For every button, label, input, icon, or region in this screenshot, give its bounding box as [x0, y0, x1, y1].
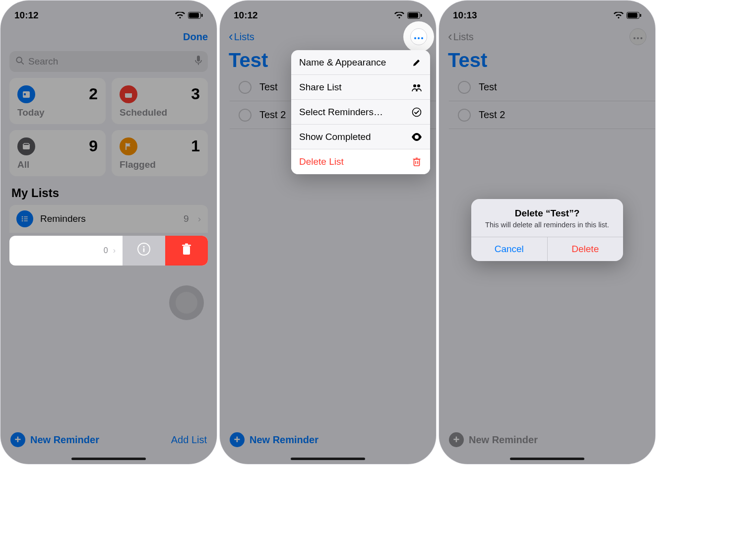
new-reminder-label: New Reminder — [30, 434, 99, 446]
search-placeholder: Search — [28, 56, 58, 67]
reminder-title: Test 2 — [259, 109, 286, 121]
list-row-reminders[interactable]: Reminders 9 › — [9, 205, 208, 233]
svg-line-4 — [21, 62, 23, 64]
reminder-title: Test — [259, 81, 278, 93]
radio-unchecked-icon[interactable] — [458, 109, 471, 122]
list-bullet-icon — [16, 210, 33, 227]
new-reminder-button[interactable]: + New Reminder — [230, 432, 318, 447]
microphone-icon[interactable] — [195, 56, 202, 68]
status-time: 10:12 — [14, 10, 39, 21]
wifi-icon — [175, 12, 185, 19]
svg-point-37 — [637, 37, 639, 39]
home-indicator[interactable] — [291, 458, 365, 460]
back-label: Lists — [453, 31, 474, 43]
reminder-title: Test 2 — [479, 109, 505, 121]
bottom-toolbar: + New Reminder — [439, 432, 655, 454]
back-button[interactable]: ‹ Lists — [229, 30, 254, 44]
scheduled-label: Scheduled — [120, 107, 200, 118]
menu-item-delete-list[interactable]: Delete List — [291, 149, 430, 174]
menu-item-name-appearance[interactable]: Name & Appearance — [291, 50, 430, 75]
more-options-button[interactable] — [410, 28, 427, 45]
svg-rect-15 — [24, 218, 28, 219]
menu-item-select-reminders[interactable]: Select Reminders… — [291, 100, 430, 125]
svg-rect-32 — [414, 159, 420, 166]
battery-icon — [407, 12, 422, 19]
nav-bar: ‹ Lists — [439, 25, 655, 49]
swiped-list-body[interactable]: 0 › — [9, 236, 123, 266]
search-field[interactable]: Search — [9, 51, 208, 72]
trash-icon — [411, 157, 422, 167]
svg-point-11 — [22, 216, 23, 218]
svg-point-27 — [418, 37, 420, 39]
plus-circle-icon: + — [230, 432, 245, 447]
wifi-icon — [614, 12, 624, 19]
status-indicators — [175, 12, 203, 19]
tile-flagged[interactable]: 1 Flagged — [112, 130, 208, 176]
nav-bar: ‹ Lists — [220, 25, 436, 49]
swipe-action-info[interactable] — [123, 236, 165, 266]
svg-point-38 — [640, 37, 642, 39]
swiped-list-row: 0 › — [9, 236, 208, 266]
swipe-action-delete[interactable] — [165, 236, 208, 266]
more-options-button[interactable] — [630, 28, 646, 45]
status-time: 10:13 — [453, 10, 477, 21]
alert-cancel-button[interactable]: Cancel — [471, 237, 547, 261]
status-bar: 10:12 — [220, 0, 436, 25]
reminder-row[interactable]: Test — [449, 73, 655, 101]
svg-point-12 — [22, 218, 23, 220]
home-indicator[interactable] — [510, 458, 584, 460]
menu-item-show-completed[interactable]: Show Completed — [291, 125, 430, 149]
home-indicator[interactable] — [71, 458, 146, 460]
svg-point-26 — [414, 37, 416, 39]
svg-point-3 — [16, 57, 22, 63]
radio-unchecked-icon[interactable] — [458, 81, 471, 94]
menu-item-label: Share List — [299, 82, 342, 93]
add-list-button[interactable]: Add List — [171, 434, 207, 446]
trash-icon — [181, 243, 192, 258]
alert-delete-button[interactable]: Delete — [547, 237, 624, 261]
svg-rect-24 — [408, 13, 418, 18]
menu-item-share-list[interactable]: Share List — [291, 75, 430, 100]
status-time: 10:12 — [234, 10, 258, 21]
svg-rect-8 — [24, 93, 26, 95]
svg-rect-2 — [201, 14, 203, 17]
chevron-right-icon: › — [198, 213, 201, 224]
list-title: Test — [439, 49, 655, 73]
svg-rect-10 — [125, 91, 132, 93]
alert-message: This will delete all reminders in this l… — [480, 221, 614, 229]
screen-1: 10:12 Done Search 2 — [0, 0, 217, 465]
svg-point-29 — [413, 84, 416, 87]
status-indicators — [614, 12, 641, 19]
svg-rect-14 — [24, 216, 28, 217]
today-label: Today — [17, 107, 98, 118]
ellipsis-icon — [414, 32, 424, 42]
search-icon — [15, 56, 24, 67]
screen-2: 10:12 ‹ Lists Test Test Test 2 — [219, 0, 437, 465]
screen-3: 10:13 ‹ Lists Test Test Test 2 — [439, 0, 656, 465]
assistive-touch-button[interactable] — [169, 285, 204, 320]
new-reminder-label: New Reminder — [469, 434, 538, 446]
swiped-list-count: 0 — [104, 246, 108, 255]
done-button[interactable]: Done — [183, 31, 208, 43]
tile-all[interactable]: 9 All — [9, 130, 106, 176]
back-button[interactable]: ‹ Lists — [448, 30, 474, 44]
svg-point-28 — [421, 37, 423, 39]
status-bar: 10:13 — [439, 0, 655, 25]
radio-unchecked-icon[interactable] — [239, 81, 252, 94]
menu-item-label: Name & Appearance — [299, 57, 386, 68]
tile-today[interactable]: 2 Today — [9, 78, 106, 124]
tile-scheduled[interactable]: 3 Scheduled — [112, 78, 208, 124]
smart-lists-grid: 2 Today 3 Scheduled 9 All — [0, 78, 217, 176]
back-label: Lists — [234, 31, 254, 43]
wifi-icon — [394, 12, 404, 19]
list-actions-menu: Name & Appearance Share List Select Remi… — [291, 50, 430, 174]
svg-rect-20 — [183, 246, 190, 255]
reminder-row[interactable]: Test 2 — [449, 101, 655, 129]
new-reminder-button[interactable]: + New Reminder — [10, 432, 99, 447]
plus-circle-icon: + — [449, 432, 464, 447]
bottom-toolbar: + New Reminder — [220, 432, 436, 454]
all-count: 9 — [89, 137, 98, 155]
svg-point-18 — [143, 246, 144, 247]
calendar-today-icon — [17, 85, 35, 103]
radio-unchecked-icon[interactable] — [239, 109, 252, 122]
